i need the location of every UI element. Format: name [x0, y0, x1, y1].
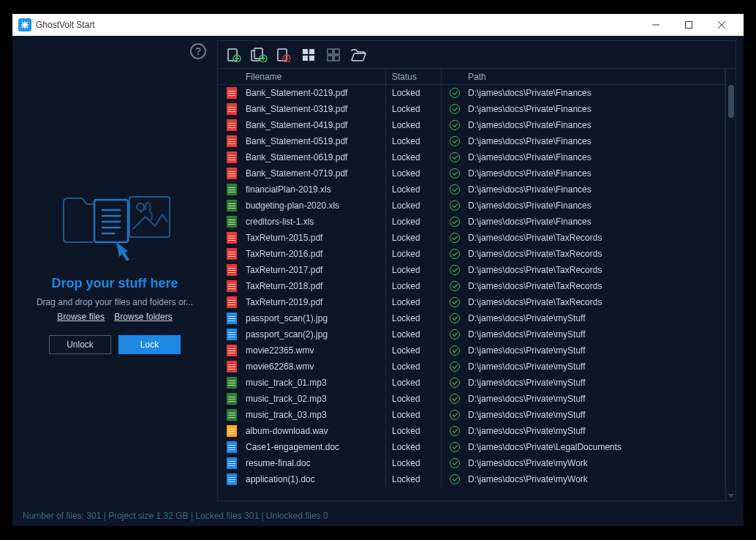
column-filename[interactable]: Filename: [240, 69, 386, 84]
svg-rect-28: [328, 49, 333, 54]
cell-status: Locked: [386, 165, 442, 181]
table-row[interactable]: Bank_Statement-0419.pdfLockedD:\james\do…: [218, 117, 725, 133]
status-check-icon: [450, 474, 460, 484]
cell-path: D:\james\docs\Private\TaxRecords: [462, 246, 725, 262]
table-row[interactable]: budgeting-plan-2020.xlsLockedD:\james\do…: [218, 198, 725, 214]
lock-button[interactable]: Lock: [118, 335, 181, 354]
file-type-icon: [227, 168, 237, 179]
table-row[interactable]: TaxReturn-2015.pdfLockedD:\james\docs\Pr…: [218, 230, 725, 246]
cell-path: D:\james\docs\Private\Finances: [462, 85, 725, 101]
file-type-icon: [227, 184, 237, 195]
minimize-button[interactable]: [639, 14, 672, 36]
cell-status: Locked: [386, 326, 442, 342]
browse-folders-link[interactable]: Browse folders: [114, 312, 172, 322]
cell-status: Locked: [386, 423, 442, 439]
table-row[interactable]: Bank_Statement-0719.pdfLockedD:\james\do…: [218, 165, 725, 181]
app-window: GhostVolt Start ?: [12, 14, 744, 526]
table-row[interactable]: Bank_Statement-0319.pdfLockedD:\james\do…: [218, 101, 725, 117]
cell-path: D:\james\docs\Private\TaxRecords: [462, 278, 725, 294]
table-row[interactable]: passport_scan(1).jpgLockedD:\james\docs\…: [218, 310, 725, 326]
file-type-icon: [227, 377, 237, 389]
table-row[interactable]: music_track_03.mp3LockedD:\james\docs\Pr…: [218, 407, 725, 423]
table-header: Filename Status Path: [218, 69, 725, 85]
cell-filename: passport_scan(2).jpg: [240, 326, 386, 342]
cell-path: D:\james\docs\Private\myStuff: [462, 310, 725, 326]
table-row[interactable]: music_track_01.mp3LockedD:\james\docs\Pr…: [218, 375, 725, 391]
app-icon: [18, 18, 31, 31]
table-row[interactable]: album-download.wavLockedD:\james\docs\Pr…: [218, 423, 725, 439]
status-check-icon: [450, 120, 460, 130]
cell-filename: resume-final.doc: [240, 455, 386, 471]
cell-path: D:\james\docs\Private\LegalDocuments: [462, 439, 725, 455]
status-check-icon: [450, 361, 460, 372]
status-check-icon: [450, 88, 460, 98]
close-button[interactable]: [705, 14, 738, 36]
scroll-thumb[interactable]: [728, 85, 734, 118]
cell-status: Locked: [386, 149, 442, 165]
svg-rect-30: [328, 56, 333, 61]
remove-file-icon[interactable]: [275, 47, 292, 63]
maximize-button[interactable]: [672, 14, 705, 36]
file-type-icon: [227, 103, 237, 115]
cell-path: D:\james\docs\Private\myWork: [462, 455, 725, 471]
column-status[interactable]: Status: [386, 69, 442, 84]
toolbar: [218, 41, 736, 69]
table-row[interactable]: TaxReturn-2017.pdfLockedD:\james\docs\Pr…: [218, 262, 725, 278]
cell-path: D:\james\docs\Private\Finances: [462, 101, 725, 117]
table-row[interactable]: movie62268.wmvLockedD:\james\docs\Privat…: [218, 359, 725, 375]
status-check-icon: [450, 426, 460, 436]
status-check-icon: [450, 184, 460, 195]
unlock-button[interactable]: Unlock: [49, 335, 111, 354]
cell-filename: Bank_Statement-0419.pdf: [240, 117, 386, 133]
cell-path: D:\james\docs\Private\myStuff: [462, 423, 725, 439]
table-row[interactable]: movie22365.wmvLockedD:\james\docs\Privat…: [218, 342, 725, 359]
table-row[interactable]: Bank_Statement-0219.pdfLockedD:\james\do…: [218, 85, 725, 101]
table-row[interactable]: creditors-list-1.xlsLockedD:\james\docs\…: [218, 214, 725, 230]
scroll-down-icon[interactable]: [728, 494, 734, 498]
browse-files-link[interactable]: Browse files: [57, 312, 105, 322]
cell-filename: movie62268.wmv: [240, 359, 386, 375]
status-check-icon: [450, 442, 460, 452]
help-icon[interactable]: ?: [190, 43, 206, 59]
column-path[interactable]: Path: [462, 69, 725, 84]
open-folder-icon[interactable]: [349, 47, 367, 63]
titlebar: GhostVolt Start: [12, 14, 744, 36]
svg-rect-17: [254, 48, 262, 59]
table-row[interactable]: resume-final.docLockedD:\james\docs\Priv…: [218, 455, 725, 471]
table-row[interactable]: passport_scan(2).jpgLockedD:\james\docs\…: [218, 326, 725, 342]
cell-filename: creditors-list-1.xls: [240, 214, 386, 230]
grid-small-icon[interactable]: [325, 47, 342, 63]
cell-path: D:\james\docs\Private\myStuff: [462, 391, 725, 407]
add-files-icon[interactable]: [250, 47, 268, 63]
table-row[interactable]: TaxReturn-2018.pdfLockedD:\james\docs\Pr…: [218, 278, 725, 294]
table-row[interactable]: application(1).docLockedD:\james\docs\Pr…: [218, 471, 725, 487]
grid-large-icon[interactable]: [300, 47, 317, 63]
cell-status: Locked: [386, 391, 442, 407]
status-check-icon: [450, 152, 460, 162]
cell-status: Locked: [386, 407, 442, 423]
file-type-icon: [227, 345, 237, 356]
add-file-icon[interactable]: [225, 47, 243, 63]
vertical-scrollbar[interactable]: [725, 69, 736, 500]
cell-filename: movie22365.wmv: [240, 342, 386, 359]
cell-filename: Bank_Statement-0519.pdf: [240, 133, 386, 149]
svg-rect-31: [334, 56, 339, 61]
table-row[interactable]: Bank_Statement-0519.pdfLockedD:\james\do…: [218, 133, 725, 149]
cell-filename: music_track_03.mp3: [240, 407, 386, 423]
table-row[interactable]: financialPlan-2019.xlsLockedD:\james\doc…: [218, 181, 725, 198]
cell-status: Locked: [386, 230, 442, 246]
table-row[interactable]: Bank_Statement-0619.pdfLockedD:\james\do…: [218, 149, 725, 165]
status-check-icon: [450, 313, 460, 323]
cell-path: D:\james\docs\Private\myStuff: [462, 359, 725, 375]
status-check-icon: [450, 329, 460, 340]
status-check-icon: [450, 168, 460, 179]
table-row[interactable]: TaxReturn-2016.pdfLockedD:\james\docs\Pr…: [218, 246, 725, 262]
cell-path: D:\james\docs\Private\myStuff: [462, 375, 725, 391]
table-row[interactable]: Case1-engagement.docLockedD:\james\docs\…: [218, 439, 725, 455]
cell-status: Locked: [386, 214, 442, 230]
status-check-icon: [450, 281, 460, 291]
table-row[interactable]: music_track_02.mp3LockedD:\james\docs\Pr…: [218, 391, 725, 407]
table-row[interactable]: TaxReturn-2019.pdfLockedD:\james\docs\Pr…: [218, 294, 725, 310]
cell-status: Locked: [386, 85, 442, 101]
file-type-icon: [227, 87, 237, 99]
